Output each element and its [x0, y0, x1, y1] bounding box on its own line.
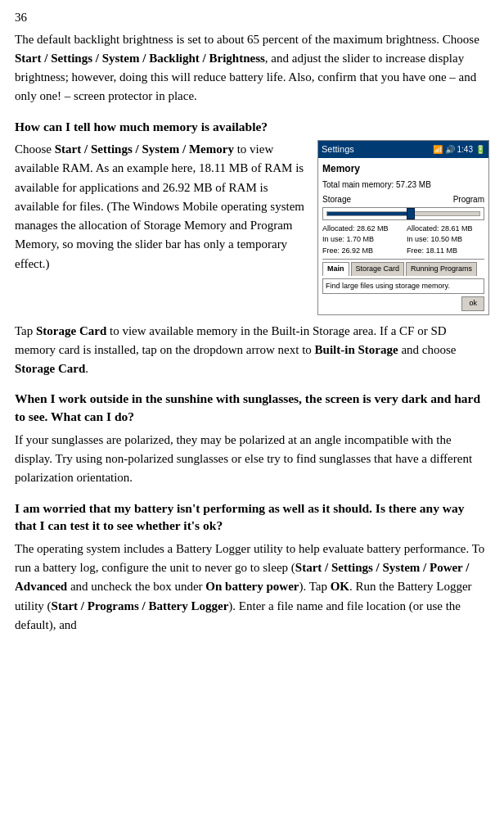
volume-icon: 🔊 — [445, 143, 455, 156]
screenshot-titlebar: Settings 📶 🔊 1:43 🔋 — [318, 141, 488, 158]
col-program-label: Program — [453, 193, 484, 206]
storage-card-bold2: Storage Card — [15, 362, 85, 375]
intro-bold: Start / Settings / System / Backlight / … — [15, 52, 265, 65]
slider-track — [326, 211, 480, 216]
time-display: 1:43 — [457, 143, 473, 156]
signal-icon: 📶 — [433, 143, 443, 156]
storage-card-paragraph: Tap Storage Card to view available memor… — [15, 322, 489, 379]
battery-bold2: On battery power — [205, 580, 299, 593]
stats-divider — [322, 259, 484, 260]
tab-running-programs[interactable]: Running Programs — [406, 262, 477, 276]
storage-choose-text: and choose — [398, 343, 457, 356]
memory-bold: Start / Settings / System / Memory — [55, 142, 234, 156]
memory-section: Choose Start / Settings / System / Memor… — [15, 140, 489, 315]
total-memory: Total main memory: 57.23 MB — [322, 179, 484, 191]
memory-text-before: Choose — [15, 142, 55, 156]
screenshot-section-label: Memory — [322, 161, 484, 176]
sunglasses-heading: When I work outside in the sunshine with… — [15, 390, 489, 425]
built-in-storage-bold: Built-in Storage — [315, 343, 398, 356]
battery-text-after: ). Tap — [299, 580, 330, 593]
slider-fill — [327, 212, 411, 215]
memory-text-after: to view available RAM. As an example her… — [15, 142, 304, 270]
slider-thumb[interactable] — [407, 208, 415, 219]
settings-screenshot: Settings 📶 🔊 1:43 🔋 Memory Total main me… — [317, 140, 489, 315]
intro-text-before: The default backlight brightness is set … — [15, 33, 479, 46]
tap-text: Tap — [15, 324, 36, 337]
storage-stats-col: Allocated: 28.62 MB In use: 1.70 MB Free… — [322, 224, 400, 257]
col-storage-label: Storage — [322, 193, 351, 206]
intro-paragraph: The default backlight brightness is set … — [15, 30, 489, 106]
battery-paragraph: The operating system includes a Battery … — [15, 540, 489, 635]
memory-stats: Allocated: 28.62 MB In use: 1.70 MB Free… — [322, 224, 484, 257]
memory-text: Choose Start / Settings / System / Memor… — [15, 140, 317, 273]
ok-button[interactable]: ok — [461, 296, 484, 311]
battery-logger-bold: Start / Programs / Battery Logger — [52, 599, 229, 612]
inuse-storage: In use: 1.70 MB — [322, 234, 400, 246]
allocated-storage: Allocated: 28.62 MB — [322, 224, 400, 235]
allocated-program: Allocated: 28.61 MB — [407, 224, 484, 235]
memory-slider[interactable] — [322, 207, 484, 220]
screenshot-body: Memory Total main memory: 57.23 MB Stora… — [318, 158, 488, 314]
column-labels: Storage Program — [322, 193, 484, 206]
storage-card-bold: Storage Card — [36, 324, 106, 337]
battery-heading: I am worried that my battery isn't perfo… — [15, 499, 489, 535]
tab-storage-card[interactable]: Storage Card — [351, 262, 405, 276]
battery-text-mid: and uncheck the box under — [67, 580, 205, 593]
battery-icon: 🔋 — [475, 143, 485, 156]
titlebar-icons: 📶 🔊 1:43 🔋 — [433, 143, 485, 156]
page-number: 36 — [15, 8, 489, 27]
program-stats-col: Allocated: 28.61 MB In use: 10.50 MB Fre… — [407, 224, 484, 257]
screenshot-tabs[interactable]: Main Storage Card Running Programs — [322, 262, 484, 276]
tab-main[interactable]: Main — [322, 262, 349, 276]
free-storage: Free: 26.92 MB — [322, 246, 400, 257]
screenshot-title: Settings — [322, 142, 354, 156]
storage-end-text: . — [85, 362, 88, 375]
battery-ok-bold: OK — [331, 580, 349, 593]
sunglasses-paragraph: If your sunglasses are polarized, they m… — [15, 431, 489, 488]
inuse-program: In use: 10.50 MB — [407, 234, 484, 246]
free-program: Free: 18.11 MB — [407, 246, 484, 257]
ok-row: ok — [322, 296, 484, 311]
memory-heading: How can I tell how much memory is availa… — [15, 118, 489, 136]
find-large-files-text: Find large files using storage memory. — [322, 278, 484, 295]
